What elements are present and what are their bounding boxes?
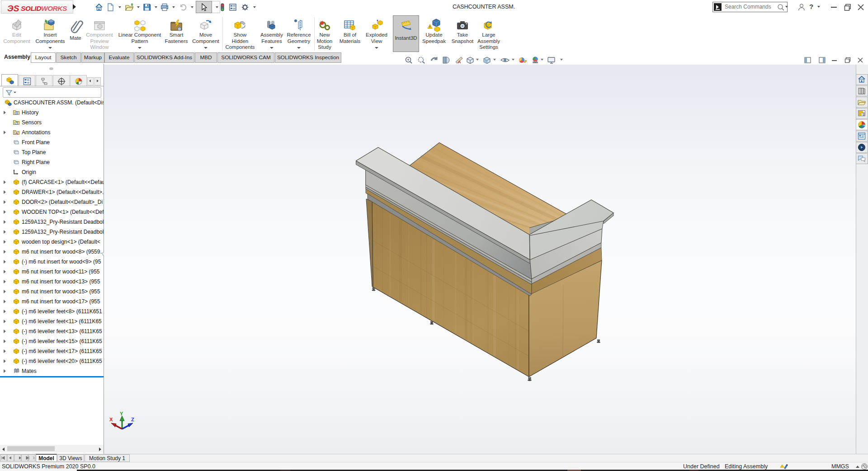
svg-text:Y: Y [120,411,123,416]
svg-text:A: A [458,60,461,64]
svg-text:X: X [109,417,113,422]
svg-text:Z: Z [131,417,134,422]
